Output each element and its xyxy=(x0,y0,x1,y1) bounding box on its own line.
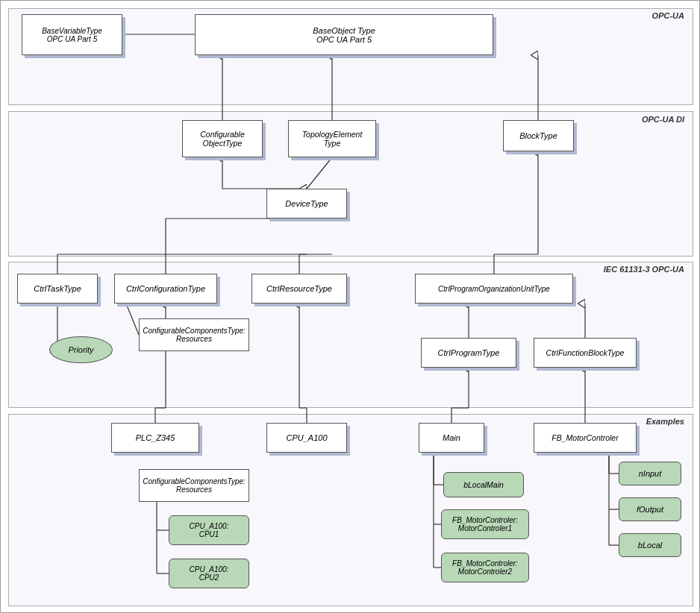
section-label-examples: Examples xyxy=(646,417,684,426)
rounded-cpu-a100-cpu2: CPU_A100: CPU2 xyxy=(169,559,249,588)
box-fb-motor-controler: FB_MotorControler xyxy=(534,423,637,453)
box-device-type: DeviceType xyxy=(266,189,347,219)
rounded-foutput: fOutput xyxy=(619,497,681,521)
box-topology-element-type: TopologyElement Type xyxy=(288,120,376,157)
rounded-fb-motor-controler2: FB_MotorControler: MotorControler2 xyxy=(441,553,529,582)
box-base-variable-type: BaseVariableType OPC UA Part 5 xyxy=(22,14,122,55)
box-configurable-components-iec: ConfigurableComponentsType: Resources xyxy=(139,318,249,351)
box-ctrl-resource-type: CtrlResourceType xyxy=(251,274,347,304)
box-main: Main xyxy=(419,423,484,453)
rounded-blocal-main: bLocalMain xyxy=(443,472,524,497)
section-label-iec: IEC 61131-3 OPC-UA xyxy=(604,265,684,274)
box-ctrl-function-block-type: CtrlFunctionBlockType xyxy=(534,338,637,368)
rounded-fb-motor-controler1: FB_MotorControler: MotorControler1 xyxy=(441,509,529,539)
box-configurable-object-type: Configurable ObjectType xyxy=(182,120,263,157)
box-ctrl-configuration-type: CtrlConfigurationType xyxy=(114,274,217,304)
box-ctrl-task-type: CtrlTaskType xyxy=(17,274,98,304)
box-cpu-a100: CPU_A100 xyxy=(266,423,347,453)
section-label-opc-ua-di: OPC-UA DI xyxy=(642,115,684,124)
rounded-ninput: nInput xyxy=(619,462,681,485)
rounded-blocal: bLocal xyxy=(619,533,681,557)
box-ctrl-program-type: CtrlProgramType xyxy=(421,338,516,368)
box-plc-z345: PLC_Z345 xyxy=(111,423,199,453)
box-configurable-components-examples: ConfigurableComponentsType: Resources xyxy=(139,469,249,502)
section-iec xyxy=(8,262,693,408)
rounded-cpu-a100-cpu1: CPU_A100: CPU1 xyxy=(169,515,249,545)
oval-priority: Priority xyxy=(49,336,113,363)
section-label-opc-ua: OPC-UA xyxy=(652,11,684,20)
box-base-object-type: BaseObject Type OPC UA Part 5 xyxy=(195,14,493,55)
box-block-type: BlockType xyxy=(503,120,574,151)
diagram-container: OPC-UA OPC-UA DI IEC 61131-3 OPC-UA Exam… xyxy=(0,0,700,613)
box-ctrl-pou-type: CtrlProgramOrganizationUnitType xyxy=(415,274,573,304)
